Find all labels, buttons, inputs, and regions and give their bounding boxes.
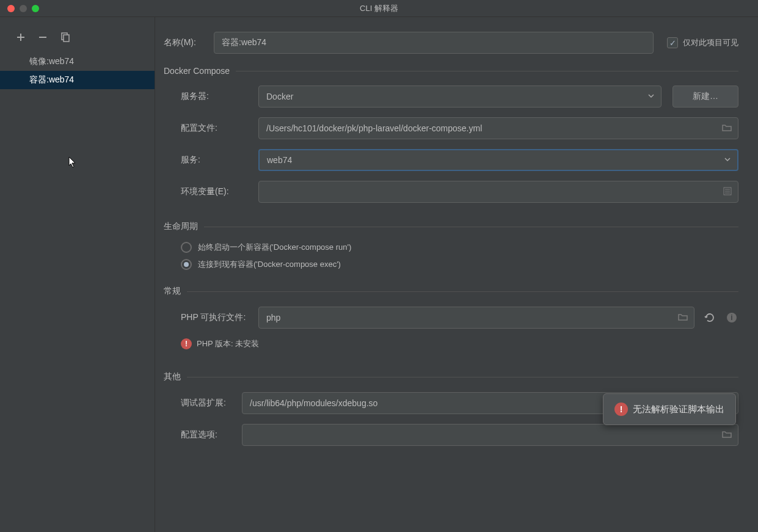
tooltip-text: 无法解析验证脚本输出	[633, 404, 724, 415]
php-version-label: PHP 版本: 未安装	[197, 338, 259, 349]
visible-only-label: 仅对此项目可见	[683, 37, 738, 48]
php-exe-label: PHP 可执行文件:	[164, 312, 258, 323]
radio-run[interactable]: 始终启动一个新容器('Docker-compose run')	[164, 242, 738, 253]
service-dropdown[interactable]: web74	[258, 149, 738, 171]
remove-icon[interactable]	[38, 32, 49, 43]
error-icon: !	[614, 403, 628, 416]
sidebar: 镜像:web74 容器:web74	[0, 17, 155, 532]
minimize-window-button[interactable]	[20, 5, 27, 12]
chevron-down-icon	[724, 155, 731, 165]
info-icon[interactable]: i	[725, 311, 738, 324]
radio-exec[interactable]: 连接到现有容器('Docker-compose exec')	[164, 259, 738, 270]
radio-exec-label: 连接到现有容器('Docker-compose exec')	[198, 259, 341, 270]
chevron-down-icon	[647, 92, 655, 101]
check-icon: ✓	[669, 38, 676, 48]
traffic-lights	[0, 5, 39, 12]
add-icon[interactable]	[16, 32, 27, 43]
general-section-header: 常规	[164, 286, 738, 297]
php-version-row: ! PHP 版本: 未安装	[164, 338, 738, 349]
config-label: 配置文件:	[164, 123, 258, 134]
reload-icon[interactable]	[703, 311, 716, 324]
server-dropdown[interactable]: Docker	[258, 86, 661, 107]
radio-run-label: 始终启动一个新容器('Docker-compose run')	[198, 242, 351, 253]
visible-only-checkbox[interactable]: ✓ 仅对此项目可见	[667, 37, 738, 48]
list-icon[interactable]	[723, 187, 732, 197]
env-label: 环境变量(E):	[164, 186, 258, 197]
debugger-label: 调试器扩展:	[164, 398, 242, 409]
sidebar-item-label: 镜像:web74	[29, 56, 74, 66]
maximize-window-button[interactable]	[32, 5, 39, 12]
sidebar-item-image[interactable]: 镜像:web74	[0, 53, 155, 71]
server-label: 服务器:	[164, 91, 258, 102]
other-section-header: 其他	[164, 371, 738, 382]
folder-icon[interactable]	[722, 430, 732, 440]
svg-text:i: i	[731, 313, 732, 322]
name-input[interactable]: 容器:web74	[214, 32, 654, 54]
new-button[interactable]: 新建…	[672, 86, 738, 107]
folder-icon[interactable]	[722, 123, 732, 134]
error-tooltip: ! 无法解析验证脚本输出	[603, 393, 736, 425]
sidebar-item-label: 容器:web74	[29, 75, 74, 84]
env-input[interactable]	[258, 181, 738, 203]
content-panel: 名称(M): 容器:web74 ✓ 仅对此项目可见 Docker Compose…	[155, 17, 758, 532]
php-exe-input[interactable]: php	[258, 307, 694, 329]
folder-icon[interactable]	[678, 313, 688, 323]
sidebar-item-container[interactable]: 容器:web74	[0, 71, 155, 89]
name-label: 名称(M):	[164, 37, 214, 48]
cursor-icon	[68, 156, 78, 169]
window-title: CLI 解释器	[360, 3, 398, 14]
config-opt-input[interactable]	[242, 424, 738, 446]
service-label: 服务:	[164, 155, 258, 166]
copy-icon[interactable]	[60, 32, 71, 43]
error-icon: !	[181, 338, 192, 349]
lifecycle-section-header: 生命周期	[164, 221, 738, 232]
titlebar: CLI 解释器	[0, 0, 758, 17]
config-file-input[interactable]: /Users/hc101/docker/pk/php-laravel/docke…	[258, 117, 738, 139]
docker-section-header: Docker Compose	[164, 66, 738, 76]
svg-rect-1	[64, 35, 69, 42]
close-window-button[interactable]	[7, 5, 15, 12]
config-opt-label: 配置选项:	[164, 429, 242, 440]
